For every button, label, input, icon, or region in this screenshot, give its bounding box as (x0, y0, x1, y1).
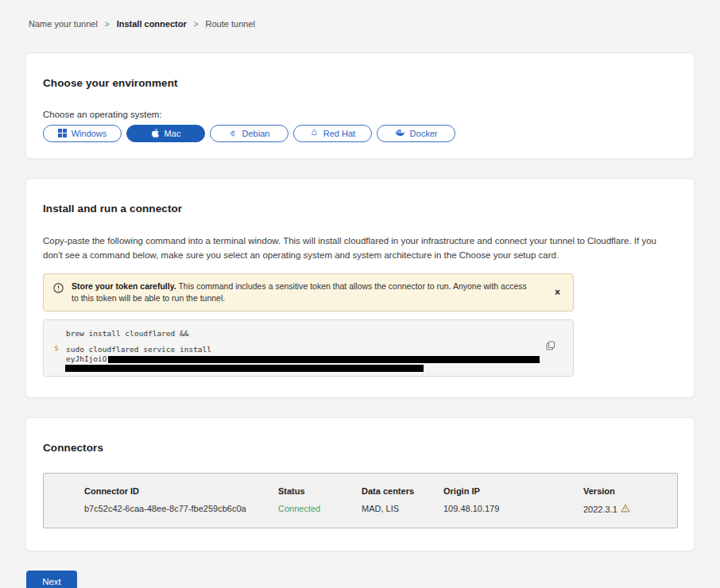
token-warning-bold: Store your token carefully. (72, 281, 176, 291)
windows-icon (58, 129, 67, 139)
os-button-redhat[interactable]: Red Hat (293, 125, 372, 142)
os-button-mac[interactable]: Mac (126, 125, 205, 142)
column-header-origin-ip: Origin IP (443, 486, 583, 496)
connector-id-value: b7c52c42-6caa-48ee-8c77-fbe259cb6c0a (84, 504, 278, 514)
debian-icon (229, 129, 238, 139)
shell-prompt: $ (54, 343, 59, 352)
token-warning-banner: Store your token carefully. This command… (43, 273, 574, 311)
column-header-status: Status (278, 486, 362, 496)
status-badge: Connected (278, 504, 362, 514)
close-icon[interactable]: × (552, 287, 563, 298)
os-button-label: Debian (242, 129, 270, 138)
token-redaction-bar (108, 356, 540, 363)
breadcrumb-step-route-tunnel[interactable]: Route tunnel (206, 19, 255, 29)
warning-triangle-icon (621, 504, 630, 514)
connectors-card: Connectors Connector ID Status Data cent… (25, 417, 695, 551)
column-header-version: Version (583, 486, 661, 496)
origin-ip-value: 109.48.10.179 (443, 504, 583, 514)
breadcrumb-separator: > (194, 20, 199, 29)
breadcrumb-separator: > (105, 20, 110, 29)
connectors-table: Connector ID Status Data centers Origin … (43, 473, 678, 528)
connectors-card-title: Connectors (43, 442, 677, 454)
token-redaction-bar (65, 365, 424, 372)
os-button-label: Red Hat (323, 129, 355, 138)
code-line-token: eyJhIjoiO (66, 354, 573, 364)
code-line-sudo: sudo cloudflared service install (66, 345, 573, 354)
version-value: 2022.3.1 (583, 504, 661, 514)
token-warning-text: Store your token carefully. This command… (72, 280, 528, 304)
os-button-label: Windows (72, 129, 107, 138)
next-button[interactable]: Next (26, 571, 77, 588)
environment-card-title: Choose your environment (43, 77, 677, 89)
install-command-codeblock[interactable]: $ brew install cloudflared && sudo cloud… (43, 319, 574, 377)
column-header-data-centers: Data centers (362, 486, 443, 496)
os-button-row: Windows Mac Debian Red Hat (43, 125, 677, 145)
code-line-brew: brew install cloudflared && (66, 329, 573, 338)
environment-card: Choose your environment Choose an operat… (25, 52, 695, 159)
breadcrumb: Name your tunnel > Install connector > R… (29, 19, 720, 29)
install-card-title: Install and run a connector (43, 203, 677, 215)
os-select-label: Choose an operating system: (43, 110, 677, 119)
apple-icon (151, 129, 160, 139)
data-centers-value: MAD, LIS (362, 504, 443, 514)
docker-icon (395, 129, 405, 138)
install-card: Install and run a connector Copy-paste t… (25, 178, 695, 398)
copy-icon[interactable] (546, 341, 555, 354)
os-button-docker[interactable]: Docker (377, 125, 455, 142)
os-button-windows[interactable]: Windows (43, 125, 122, 142)
os-button-debian[interactable]: Debian (210, 125, 288, 142)
redhat-icon (310, 129, 319, 139)
os-button-label: Mac (165, 129, 181, 138)
alert-circle-icon (53, 282, 64, 296)
breadcrumb-step-name-tunnel[interactable]: Name your tunnel (29, 19, 98, 29)
column-header-connector-id: Connector ID (84, 486, 278, 496)
install-description: Copy-paste the following command into a … (43, 234, 675, 262)
breadcrumb-step-install-connector[interactable]: Install connector (117, 19, 187, 29)
os-button-label: Docker (410, 129, 438, 138)
